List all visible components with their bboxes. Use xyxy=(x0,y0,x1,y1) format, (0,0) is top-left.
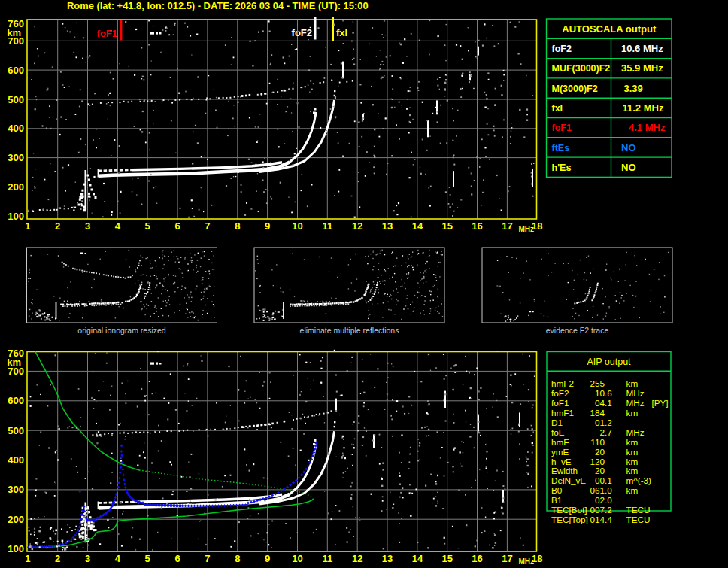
svg-text:9: 9 xyxy=(265,220,270,232)
svg-text:km: km xyxy=(626,485,639,495)
svg-text:TEC[Bot]: TEC[Bot] xyxy=(551,505,587,515)
svg-text:700: 700 xyxy=(8,366,24,377)
svg-text:14: 14 xyxy=(412,220,423,232)
svg-text:ymE: ymE xyxy=(551,447,569,457)
svg-text:foF2: foF2 xyxy=(551,388,569,398)
svg-text:km: km xyxy=(626,457,639,466)
svg-text:Rome (lat: +41.8, lon: 012.5): Rome (lat: +41.8, lon: 012.5) - DATE: 20… xyxy=(67,0,369,11)
svg-text:eliminate multiple reflections: eliminate multiple reflections xyxy=(300,326,399,335)
svg-text:014: 014 xyxy=(590,515,605,524)
svg-text:.1: .1 xyxy=(605,475,612,485)
svg-text:200: 200 xyxy=(8,514,24,525)
svg-text:500: 500 xyxy=(8,425,24,436)
svg-text:km: km xyxy=(626,378,639,388)
svg-text:300: 300 xyxy=(8,484,24,495)
svg-text:184: 184 xyxy=(590,408,605,418)
svg-text:2: 2 xyxy=(55,553,60,564)
svg-text:7: 7 xyxy=(205,220,210,232)
svg-text:10: 10 xyxy=(595,388,605,398)
svg-text:TECU: TECU xyxy=(626,515,651,524)
svg-text:1: 1 xyxy=(25,553,30,564)
svg-text:.0: .0 xyxy=(605,495,612,505)
svg-text:.7: .7 xyxy=(605,427,612,437)
svg-text:4: 4 xyxy=(115,220,121,232)
svg-text:3: 3 xyxy=(85,220,90,232)
svg-text:5: 5 xyxy=(145,553,150,564)
svg-text:11.2 MHz: 11.2 MHz xyxy=(623,102,664,114)
svg-text:061: 061 xyxy=(590,485,605,495)
svg-text:.1: .1 xyxy=(605,398,612,408)
svg-text:10.6 MHz: 10.6 MHz xyxy=(621,43,663,54)
svg-text:100: 100 xyxy=(8,211,24,222)
svg-text:km: km xyxy=(626,466,639,475)
svg-text:1: 1 xyxy=(25,220,30,232)
svg-text:16: 16 xyxy=(472,553,482,564)
svg-text:hmF1: hmF1 xyxy=(551,408,574,418)
svg-text:km: km xyxy=(626,437,639,447)
svg-text:.2: .2 xyxy=(605,418,612,427)
svg-text:600: 600 xyxy=(8,395,24,406)
svg-text:2: 2 xyxy=(55,220,60,232)
svg-text:foE: foE xyxy=(551,427,565,437)
svg-text:.2: .2 xyxy=(605,505,612,515)
svg-text:13: 13 xyxy=(382,553,393,564)
svg-text:500: 500 xyxy=(8,94,24,105)
svg-text:3.39: 3.39 xyxy=(624,83,643,94)
svg-text:foF1: foF1 xyxy=(551,398,569,408)
svg-text:TECU: TECU xyxy=(626,505,651,515)
svg-text:.0: .0 xyxy=(605,485,612,495)
svg-text:15: 15 xyxy=(441,553,452,564)
svg-text:km: km xyxy=(626,447,639,457)
svg-text:12: 12 xyxy=(352,553,362,564)
svg-text:200: 200 xyxy=(8,181,24,193)
svg-text:255: 255 xyxy=(590,378,605,388)
svg-text:400: 400 xyxy=(8,123,24,134)
svg-text:10: 10 xyxy=(292,553,302,564)
svg-text:01: 01 xyxy=(595,418,605,427)
svg-text:6: 6 xyxy=(174,220,180,232)
svg-text:9: 9 xyxy=(265,553,270,564)
svg-text:D1: D1 xyxy=(551,418,563,427)
svg-text:DelN_vE: DelN_vE xyxy=(551,475,586,485)
svg-text:17: 17 xyxy=(502,220,512,232)
svg-text:04: 04 xyxy=(595,398,605,408)
svg-text:foF1: foF1 xyxy=(552,123,572,133)
svg-text:400: 400 xyxy=(8,454,24,466)
svg-text:ftEs: ftEs xyxy=(552,143,570,153)
svg-text:120: 120 xyxy=(590,457,605,466)
svg-text:M(3000)F2: M(3000)F2 xyxy=(552,84,598,94)
svg-text:AIP output: AIP output xyxy=(587,357,631,367)
svg-text:.6: .6 xyxy=(605,388,612,398)
svg-text:12: 12 xyxy=(352,220,362,232)
svg-text:hmE: hmE xyxy=(551,437,569,447)
svg-text:6: 6 xyxy=(174,553,180,564)
svg-text:MHz: MHz xyxy=(626,427,645,437)
svg-text:00: 00 xyxy=(595,475,605,485)
svg-text:11: 11 xyxy=(322,220,332,232)
svg-text:100: 100 xyxy=(8,543,24,554)
svg-text:MUF(3000)F2: MUF(3000)F2 xyxy=(552,63,611,74)
svg-text:hmF2: hmF2 xyxy=(551,378,574,388)
svg-text:MHz: MHz xyxy=(626,388,645,398)
svg-text:4: 4 xyxy=(115,553,121,564)
svg-text:700: 700 xyxy=(8,35,24,47)
svg-text:15: 15 xyxy=(441,220,452,232)
svg-text:MHz: MHz xyxy=(626,398,645,408)
svg-text:20: 20 xyxy=(595,466,605,475)
svg-text:35.9 MHz: 35.9 MHz xyxy=(621,62,663,74)
svg-text:7: 7 xyxy=(205,553,210,564)
svg-text:evidence F2 trace: evidence F2 trace xyxy=(546,326,609,335)
svg-text:MHz: MHz xyxy=(518,557,534,566)
svg-text:fxI: fxI xyxy=(336,27,347,38)
svg-text:foF1: foF1 xyxy=(97,28,117,39)
svg-text:3: 3 xyxy=(85,553,90,564)
svg-text:16: 16 xyxy=(472,220,482,232)
svg-text:foF2: foF2 xyxy=(552,44,572,54)
svg-text:10: 10 xyxy=(292,220,302,232)
svg-text:AUTOSCALA output: AUTOSCALA output xyxy=(562,23,657,35)
svg-text:14: 14 xyxy=(412,553,423,564)
svg-text:4.1 MHz: 4.1 MHz xyxy=(629,122,666,133)
svg-text:600: 600 xyxy=(8,65,24,76)
svg-text:B0: B0 xyxy=(551,485,563,495)
svg-text:17: 17 xyxy=(502,553,512,564)
